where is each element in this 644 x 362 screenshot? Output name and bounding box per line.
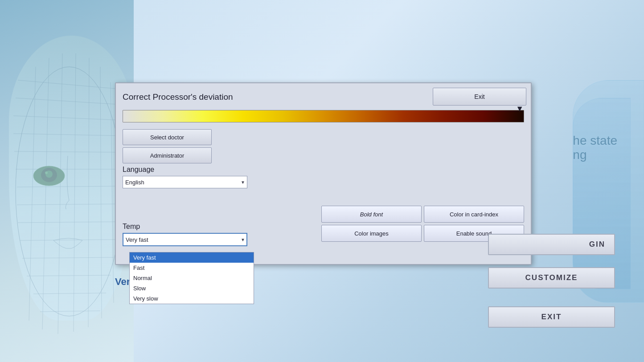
- svg-line-3: [13, 116, 124, 120]
- svg-line-14: [40, 311, 100, 312]
- login-button-partial[interactable]: GIN: [488, 234, 615, 255]
- progress-bar: ▼: [123, 110, 524, 122]
- svg-line-9: [18, 222, 118, 223]
- bg-text-right: he state ng: [573, 134, 617, 162]
- svg-line-13: [33, 293, 106, 294]
- svg-line-20: [100, 67, 102, 318]
- svg-line-11: [22, 257, 114, 258]
- svg-line-16: [42, 58, 49, 329]
- deco-curve-2: [573, 98, 631, 289]
- dropdown-item-normal[interactable]: Normal: [130, 273, 254, 283]
- temp-dropdown-popup: Very fast Fast Normal Slow Very slow: [129, 252, 254, 304]
- bg-text-line2: ng: [573, 148, 617, 162]
- administrator-button[interactable]: Administrator: [123, 147, 212, 163]
- exit-top-button[interactable]: Exit: [433, 88, 526, 106]
- login-partial-text: GIN: [589, 240, 605, 249]
- customize-button[interactable]: CUSTOMIZE: [488, 267, 615, 289]
- dropdown-item-very-slow[interactable]: Very slow: [130, 293, 254, 304]
- svg-line-7: [17, 186, 119, 187]
- svg-line-1: [18, 80, 120, 89]
- dropdown-item-slow[interactable]: Slow: [130, 283, 254, 293]
- svg-line-17: [58, 53, 62, 334]
- face-grid-svg: [0, 0, 134, 362]
- temp-section: Temp Very fast Fast Normal Slow Very slo…: [123, 223, 247, 246]
- exit-main-button[interactable]: EXIT: [488, 306, 615, 328]
- language-select-wrapper: English French German Spanish Russian ▼: [123, 176, 247, 188]
- svg-line-21: [111, 82, 114, 303]
- color-in-card-index-button[interactable]: Color in card-index: [424, 206, 524, 223]
- login-button-partial-wrapper: GIN: [488, 234, 615, 255]
- dropdown-item-fast[interactable]: Fast: [130, 263, 254, 273]
- exit-button-wrapper: EXIT: [488, 306, 615, 328]
- svg-line-19: [88, 58, 89, 327]
- temp-select-wrapper: Very fast Fast Normal Slow Very slow ▼: [123, 233, 247, 246]
- language-label: Language: [123, 166, 524, 174]
- svg-line-2: [16, 98, 123, 105]
- svg-line-12: [27, 275, 111, 276]
- select-doctor-button[interactable]: Select doctor: [123, 129, 212, 145]
- svg-line-15: [29, 67, 36, 321]
- background-face: [0, 0, 134, 362]
- language-select[interactable]: English French German Spanish Russian: [123, 176, 247, 188]
- svg-line-10: [20, 240, 116, 240]
- temp-label: Temp: [123, 223, 247, 231]
- dropdown-item-very-fast[interactable]: Very fast: [130, 252, 254, 263]
- svg-line-5: [14, 151, 123, 152]
- bold-font-button[interactable]: Bold font: [321, 206, 422, 223]
- color-images-button[interactable]: Color images: [321, 225, 422, 242]
- svg-point-25: [45, 171, 48, 174]
- progress-container: 0% ▼: [123, 110, 524, 122]
- temp-select[interactable]: Very fast Fast Normal Slow Very slow: [123, 233, 247, 246]
- svg-line-18: [74, 53, 76, 332]
- progress-indicator: ▼: [516, 104, 524, 114]
- main-dialog: Exit Correct Processor's deviation 0% ▼ …: [115, 82, 532, 265]
- svg-line-4: [13, 134, 124, 136]
- svg-point-0: [16, 67, 123, 316]
- language-section: Language English French German Spanish R…: [123, 166, 524, 188]
- customize-button-wrapper: CUSTOMIZE: [488, 267, 615, 289]
- svg-line-8: [17, 204, 119, 205]
- bg-text-line1: he state: [573, 134, 617, 148]
